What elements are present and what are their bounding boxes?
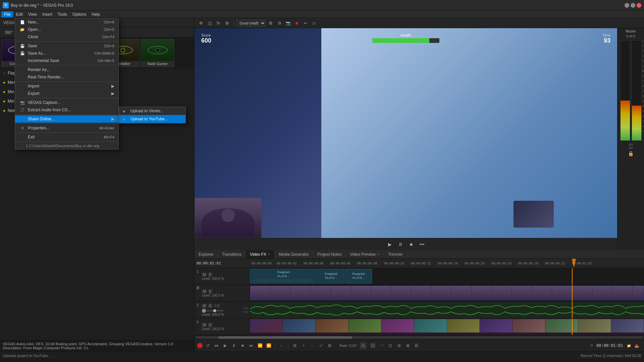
track-3-volume-icon[interactable]: [202, 309, 206, 313]
track-2-dots[interactable]: [197, 286, 199, 289]
menu-save-as[interactable]: 💾 Save As... Ctrl+Shift+S: [15, 50, 118, 57]
close-button[interactable]: [637, 3, 641, 8]
play-button[interactable]: ▶: [386, 240, 394, 248]
quality-dropdown[interactable]: Good (Half) Best (Full) Draft: [236, 20, 266, 26]
stop-button[interactable]: ■: [407, 240, 415, 248]
video-screen: Score 600 Health Time 93: [195, 28, 617, 238]
effects-chain-btn[interactable]: ⛓: [413, 342, 420, 349]
settings-button[interactable]: ⚙: [197, 19, 205, 27]
menu-close[interactable]: Close Ctrl+F4: [15, 33, 118, 41]
track-1-s-btn[interactable]: S: [208, 273, 212, 277]
minimize-button[interactable]: [625, 3, 629, 8]
track-1-m-btn[interactable]: M: [202, 273, 207, 277]
menu-edit[interactable]: Edit: [13, 11, 25, 17]
menu-help[interactable]: Help: [89, 11, 103, 17]
track-4-m-btn[interactable]: M: [202, 323, 207, 327]
track-3-m-btn[interactable]: M: [202, 304, 207, 308]
video-clip-3[interactable]: PuegnixIIPLAYS ..: [345, 269, 372, 284]
menu-render-as[interactable]: Render As...: [15, 66, 118, 73]
tab-video-preview-close[interactable]: ✕: [377, 252, 380, 256]
submenu-vimeo[interactable]: ▶ Upload to Vimeo...: [119, 107, 185, 115]
arrow-left[interactable]: ←: [278, 342, 285, 349]
snap-button[interactable]: ⊞: [291, 342, 299, 349]
forward-button[interactable]: ⏩: [265, 342, 272, 349]
more-button[interactable]: •••: [418, 240, 426, 248]
scroll-thumb[interactable]: [218, 336, 353, 339]
menu-recent-1[interactable]: 1 C:\Users\Daniel\Documents\Buy or die.v…: [15, 142, 118, 149]
tab-trimmer[interactable]: Trimmer: [384, 250, 407, 258]
track-3-fader[interactable]: [207, 310, 223, 311]
tab-360[interactable]: 360°: [3, 29, 14, 36]
grid-button[interactable]: ⊞: [267, 19, 274, 27]
timeline-scrollbar[interactable]: [195, 335, 644, 339]
track-height-btn[interactable]: ⬛: [369, 342, 377, 349]
m-label[interactable]: M: [630, 35, 632, 38]
config-button[interactable]: ◫: [206, 19, 213, 27]
rewind-button[interactable]: ⏪: [256, 342, 264, 349]
menu-new[interactable]: 📄 New... Ctrl+N: [15, 18, 118, 26]
expand-button[interactable]: ▷: [311, 19, 318, 27]
tab-video-preview[interactable]: Video Preview ✕: [346, 250, 384, 258]
menu-open[interactable]: 📂 Open... Ctrl+O: [15, 26, 118, 33]
menu-extract-audio[interactable]: 🎵 Extract Audio from CD...: [15, 106, 118, 114]
track-4-s-btn[interactable]: S: [208, 323, 212, 327]
screenshot-button[interactable]: 📷: [284, 19, 292, 27]
fader-thumb[interactable]: [213, 309, 216, 312]
menu-save[interactable]: 💾 Save Ctrl+S: [15, 42, 118, 50]
menu-exit[interactable]: Exit Alt+F4: [15, 133, 118, 141]
sync-button[interactable]: ↩: [302, 19, 309, 27]
loop-button[interactable]: ↺: [204, 342, 211, 349]
fx-button[interactable]: fx: [215, 19, 222, 27]
channel-btn[interactable]: ⊠: [404, 342, 412, 349]
marker-button[interactable]: ⊠: [326, 342, 333, 349]
fx-label[interactable]: fx: [626, 35, 629, 38]
pause-button[interactable]: ⏸: [396, 240, 405, 248]
track-1-level: Level: 100,0 %: [202, 277, 248, 281]
menu-file[interactable]: File: [1, 11, 13, 17]
menu-tools[interactable]: Tools: [55, 11, 70, 17]
track-2-m-btn[interactable]: M: [202, 289, 207, 294]
menu-properties[interactable]: ⚙ Properties... Alt+Enter: [15, 124, 118, 132]
effect-thumb-nade-gunner[interactable]: Nade Gunner: [141, 39, 174, 67]
submenu-youtube[interactable]: ▶ Upload to YouTube...: [119, 115, 185, 123]
menu-share-online[interactable]: Share Online... ▶: [15, 115, 118, 123]
menu-export[interactable]: Export ▶: [15, 90, 118, 97]
tab-video-fx[interactable]: Video FX ✕: [246, 250, 275, 258]
lock-icon[interactable]: 🔒: [628, 151, 634, 156]
tab-video-fx-close[interactable]: ✕: [268, 252, 270, 256]
menu-incremental-save[interactable]: Incremental Save Ctrl+Alt+S: [15, 57, 118, 64]
transform-button[interactable]: ⊞: [223, 19, 231, 27]
copy-button[interactable]: ⧉: [276, 19, 283, 27]
menu-insert[interactable]: Insert: [40, 11, 55, 17]
audio-bus-btn[interactable]: ⊞: [395, 342, 403, 349]
zoom-fit[interactable]: ⤢: [317, 342, 325, 349]
play-btn-2[interactable]: ▶: [221, 342, 229, 349]
menu-view[interactable]: View: [25, 11, 40, 17]
pause-btn-2[interactable]: ⏸: [230, 342, 237, 349]
fps-button[interactable]: 30: [360, 342, 367, 349]
menu-options[interactable]: Options: [70, 11, 89, 17]
maximize-button[interactable]: [631, 3, 635, 8]
video-scopes-btn[interactable]: ⊡: [387, 342, 394, 349]
track-2-s-btn[interactable]: S: [208, 289, 212, 294]
video-clip-2[interactable]: PuegnixIIPLAYS ..: [318, 269, 344, 284]
tab-explorer[interactable]: Explorer: [195, 250, 218, 258]
tab-project-notes[interactable]: Project Notes: [313, 250, 346, 258]
prev-button[interactable]: ⏮: [213, 342, 220, 349]
zoom-out[interactable]: -: [309, 342, 316, 349]
track-3-s-btn[interactable]: S: [208, 304, 212, 308]
zoom-in[interactable]: +: [300, 342, 307, 349]
waveform-btn[interactable]: 〰: [378, 342, 385, 349]
menu-vegas-capture[interactable]: 📷 VEGAS Capture...: [15, 99, 118, 106]
menu-import[interactable]: Import ▶: [15, 82, 118, 90]
record-button[interactable]: [197, 343, 203, 348]
tab-transitions[interactable]: Transitions: [218, 250, 246, 258]
record-button[interactable]: ⏺: [293, 19, 301, 27]
next-button[interactable]: ⏭: [248, 342, 255, 349]
webcam-strip[interactable]: [250, 286, 644, 300]
tab-media-generator[interactable]: Media Generator: [275, 250, 313, 258]
video-clip-1[interactable]: PuegnixIIPLAYS ..: [250, 269, 317, 284]
stop-btn-2[interactable]: ■: [239, 342, 246, 349]
menu-realtime-render[interactable]: Real-Time Render...: [15, 73, 118, 81]
s-label[interactable]: S: [633, 35, 635, 38]
